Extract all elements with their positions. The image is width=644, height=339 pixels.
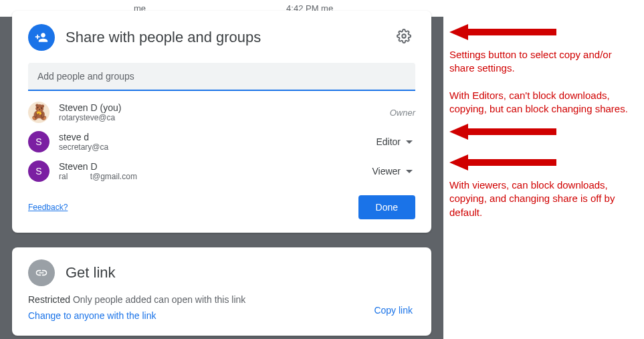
person-email: ral t@gmail.com	[59, 172, 137, 181]
annotation-text: With Editors, can't block downloads, cop…	[449, 89, 637, 116]
annotation-block: Settings button to select copy and/or sh…	[449, 23, 637, 76]
link-restriction: Restricted Only people added can open wi…	[28, 294, 371, 305]
svg-marker-3	[449, 154, 556, 171]
person-name: Steven D (you)	[59, 102, 121, 113]
person-add-icon	[28, 24, 55, 51]
person-row: S Steven D ral t@gmail.com Viewer	[28, 160, 415, 182]
role-label: Viewer	[372, 166, 401, 177]
annotation-text: With viewers, can block downloads, copyi…	[449, 179, 637, 219]
avatar: 🧸	[28, 102, 49, 123]
get-link-dialog: Get link Restricted Only people added ca…	[12, 247, 431, 336]
share-footer: Feedback? Done	[28, 195, 415, 219]
role-label: Editor	[376, 136, 401, 147]
annotation-text: Settings button to select copy and/or sh…	[449, 48, 637, 76]
share-header: Share with people and groups	[28, 24, 415, 51]
chevron-down-icon	[406, 170, 413, 173]
annotation-block: With Editors, can't block downloads, cop…	[449, 89, 637, 144]
person-row: 🧸 Steven D (you) rotarysteve@ca Owner	[28, 102, 415, 123]
person-name: steve d	[59, 132, 108, 142]
done-button[interactable]: Done	[358, 195, 415, 219]
feedback-link[interactable]: Feedback?	[28, 203, 68, 212]
link-title: Get link	[66, 264, 116, 281]
annotation-block: With viewers, can block downloads, copyi…	[449, 153, 637, 219]
svg-marker-2	[449, 124, 556, 140]
avatar: S	[28, 131, 49, 152]
copy-link-button[interactable]: Copy link	[371, 300, 415, 321]
arrow-icon	[449, 153, 637, 175]
add-people-field-wrap	[28, 63, 415, 91]
link-header: Get link	[28, 259, 415, 286]
link-body: Restricted Only people added can open wi…	[28, 286, 415, 321]
add-people-input[interactable]	[28, 63, 415, 90]
arrow-icon	[449, 23, 637, 44]
role-dropdown-viewer[interactable]: Viewer	[369, 162, 415, 181]
gear-icon	[397, 29, 411, 43]
person-email: secretary@ca	[59, 142, 108, 152]
person-info: steve d secretary@ca	[59, 132, 108, 152]
svg-point-0	[402, 34, 406, 38]
person-email: rotarysteve@ca	[59, 113, 121, 122]
share-dialog: Share with people and groups 🧸 Steven D …	[12, 11, 431, 233]
person-info: Steven D ral t@gmail.com	[59, 161, 137, 181]
restricted-label: Restricted	[28, 294, 70, 305]
link-icon	[28, 259, 55, 286]
settings-button[interactable]	[393, 25, 415, 50]
person-name: Steven D	[59, 161, 137, 172]
person-row: S steve d secretary@ca Editor	[28, 131, 415, 152]
annotations: Settings button to select copy and/or sh…	[449, 23, 637, 233]
person-info: Steven D (you) rotarysteve@ca	[59, 102, 121, 122]
change-access-link[interactable]: Change to anyone with the link	[28, 310, 371, 321]
svg-marker-1	[449, 24, 556, 40]
role-owner: Owner	[390, 108, 415, 118]
restricted-desc: Only people added can open with this lin…	[73, 294, 245, 305]
arrow-icon	[449, 122, 637, 144]
avatar: S	[28, 160, 49, 182]
role-dropdown-editor[interactable]: Editor	[373, 132, 415, 151]
people-list: 🧸 Steven D (you) rotarysteve@ca Owner S …	[28, 102, 415, 182]
chevron-down-icon	[406, 140, 413, 144]
share-title: Share with people and groups	[66, 29, 261, 46]
